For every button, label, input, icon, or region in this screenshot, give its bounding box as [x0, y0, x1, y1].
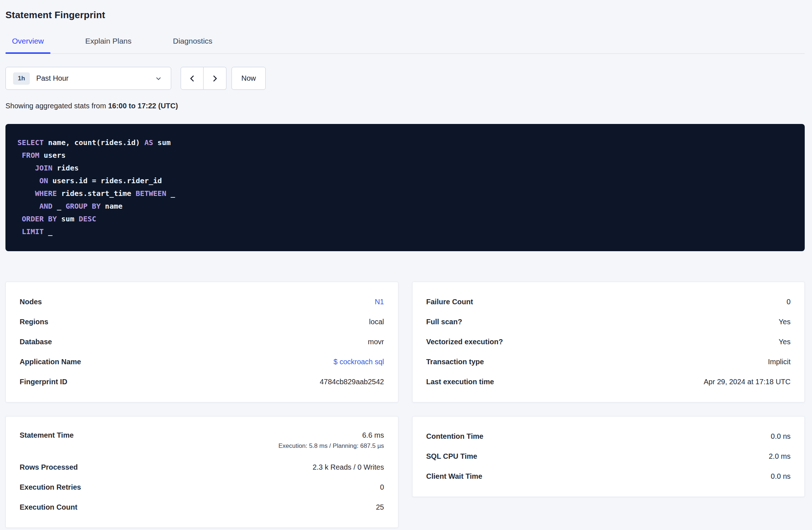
stat-value: 4784cb829aab2542	[320, 378, 384, 386]
stat-value-group: $ cockroach sql	[334, 358, 384, 366]
sql-keyword: GROUP BY	[65, 202, 100, 210]
stat-value: Implicit	[768, 358, 791, 366]
stat-row: Rows Processed2.3 k Reads / 0 Writes	[20, 457, 384, 477]
stat-label: Vectorized execution?	[426, 338, 503, 346]
stat-value-link[interactable]: $ cockroach sql	[334, 358, 384, 366]
stat-value: movr	[368, 338, 384, 346]
chevron-down-icon	[155, 75, 162, 82]
stat-label: Execution Count	[20, 503, 77, 511]
stat-value: 0.0 ns	[771, 432, 791, 441]
sql-statement-box: SELECT name, count(rides.id) AS sum FROM…	[5, 124, 805, 251]
sql-keyword: FROM	[22, 151, 39, 160]
stat-value-group: 4784cb829aab2542	[320, 378, 384, 386]
sql-line: AND _ GROUP BY name	[17, 200, 793, 213]
statement-details-card: NodesN1RegionslocalDatabasemovrApplicati…	[5, 282, 398, 402]
sql-line: ON users.id = rides.rider_id	[17, 174, 793, 187]
tab-overview[interactable]: Overview	[5, 37, 51, 53]
sql-keyword: SELECT	[17, 138, 44, 147]
sql-keyword: ORDER BY	[22, 214, 57, 223]
sql-text: _	[52, 202, 65, 210]
stat-label: Client Wait Time	[426, 472, 482, 481]
stat-row: Application Name$ cockroach sql	[20, 352, 384, 372]
sql-text: sum	[153, 138, 170, 147]
sql-keyword: WHERE	[35, 189, 57, 198]
resource-usage-card: Contention Time0.0 nsSQL CPU Time2.0 msC…	[412, 416, 805, 497]
summary-cards: NodesN1RegionslocalDatabasemovrApplicati…	[5, 282, 805, 528]
stat-value-group: 25	[376, 503, 384, 511]
stat-row: SQL CPU Time2.0 ms	[426, 446, 791, 466]
tab-diagnostics[interactable]: Diagnostics	[166, 37, 219, 53]
sql-line: JOIN rides	[17, 162, 793, 174]
time-range-label: Past Hour	[36, 74, 69, 83]
stat-value-group: Yes	[779, 318, 791, 326]
stat-value-group: 2.3 k Reads / 0 Writes	[313, 463, 384, 471]
previous-interval-button[interactable]	[181, 67, 204, 90]
sql-line: FROM users	[17, 149, 793, 162]
sql-keyword: LIMIT	[22, 227, 44, 236]
stat-value-group: movr	[368, 338, 384, 346]
sql-keyword: JOIN	[35, 164, 52, 172]
page-title: Statement Fingerprint	[5, 9, 805, 21]
stat-value-group: Implicit	[768, 358, 791, 366]
stat-row: Fingerprint ID4784cb829aab2542	[20, 372, 384, 392]
stat-value: 2.0 ms	[769, 452, 791, 461]
stat-row: Failure Count0	[426, 292, 791, 312]
next-interval-button[interactable]	[204, 67, 226, 90]
stats-summary-range: 16:00 to 17:22 (UTC)	[108, 102, 178, 110]
stat-value-group: 0	[380, 483, 384, 491]
time-range-dropdown[interactable]: 1h Past Hour	[5, 67, 171, 90]
sql-text: name	[101, 202, 122, 210]
sql-text: users	[39, 151, 65, 160]
now-button[interactable]: Now	[232, 67, 266, 90]
stat-row: Client Wait Time0.0 ns	[426, 466, 791, 486]
stat-label: Statement Time	[20, 431, 74, 439]
stat-value: 0	[787, 298, 791, 306]
stat-value-link[interactable]: N1	[375, 298, 384, 306]
tab-explain-plans[interactable]: Explain Plans	[79, 37, 138, 53]
stat-value-group: N1	[375, 298, 384, 306]
stat-label: SQL CPU Time	[426, 452, 477, 461]
sql-line: WHERE rides.start_time BETWEEN _	[17, 187, 793, 200]
stat-row: Regionslocal	[20, 312, 384, 332]
stat-label: Database	[20, 338, 52, 346]
statement-fingerprint-page: Statement Fingerprint Overview Explain P…	[0, 0, 812, 528]
stat-subvalue: Execution: 5.8 ms / Planning: 687.5 µs	[278, 442, 384, 450]
stat-value-group: 2.0 ms	[769, 452, 791, 461]
sql-keyword: DESC	[79, 214, 96, 223]
stat-row: Full scan?Yes	[426, 312, 791, 332]
sql-text: rides.start_time	[57, 189, 136, 198]
stat-row: Transaction typeImplicit	[426, 352, 791, 372]
stat-label: Nodes	[20, 298, 42, 306]
sql-text: _	[166, 189, 175, 198]
stat-value: 25	[376, 503, 384, 511]
sql-text: users.id = rides.rider_id	[48, 176, 162, 185]
stat-value-group: 0.0 ns	[771, 472, 791, 481]
stat-value: Apr 29, 2024 at 17:18 UTC	[704, 378, 791, 386]
stat-value: local	[369, 318, 384, 326]
stat-value-group: Yes	[779, 338, 791, 346]
stat-label: Contention Time	[426, 432, 483, 441]
stat-row: Execution Retries0	[20, 477, 384, 497]
stat-row: Last execution timeApr 29, 2024 at 17:18…	[426, 372, 791, 392]
stat-value-group: 6.6 msExecution: 5.8 ms / Planning: 687.…	[278, 431, 384, 450]
stat-row: Execution Count25	[20, 497, 384, 517]
stat-value-group: 0	[787, 298, 791, 306]
sql-keyword: AND	[39, 202, 52, 210]
stat-value: 2.3 k Reads / 0 Writes	[313, 463, 384, 471]
stat-row: Contention Time0.0 ns	[426, 426, 791, 446]
time-range-badge: 1h	[13, 72, 30, 85]
stat-row: Vectorized execution?Yes	[426, 332, 791, 352]
stat-label: Execution Retries	[20, 483, 81, 491]
stat-row: NodesN1	[20, 292, 384, 312]
stat-label: Regions	[20, 318, 48, 326]
stats-summary-prefix: Showing aggregated stats from	[5, 102, 108, 110]
time-step-buttons	[181, 67, 226, 90]
sql-text: rides	[52, 164, 79, 172]
statement-timing-card: Statement Time6.6 msExecution: 5.8 ms / …	[5, 416, 398, 528]
stat-label: Application Name	[20, 358, 81, 366]
tab-bar: Overview Explain Plans Diagnostics	[5, 37, 805, 54]
stat-value: 6.6 ms	[362, 431, 384, 439]
sql-keyword: BETWEEN	[136, 189, 166, 198]
time-toolbar: 1h Past Hour Now	[5, 67, 805, 90]
sql-text: sum	[57, 214, 79, 223]
